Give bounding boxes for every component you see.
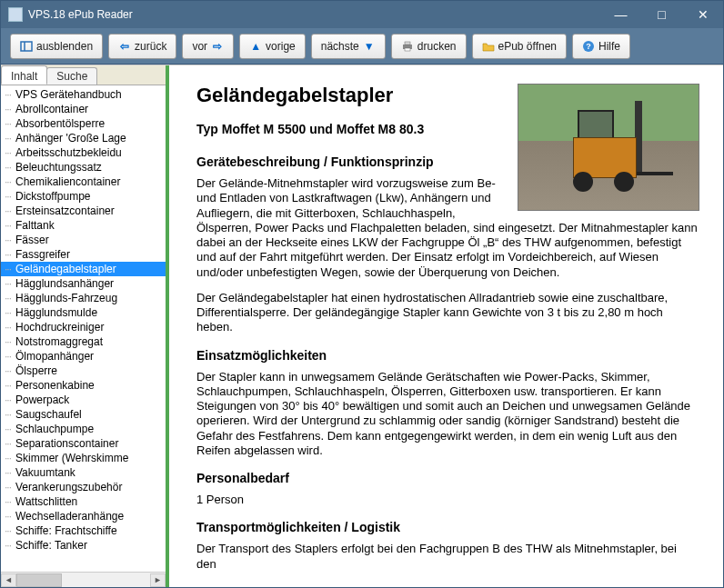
scroll-track[interactable] bbox=[16, 573, 150, 587]
article-content[interactable]: Geländegabelstapler Typ Moffet M 5500 un… bbox=[169, 65, 723, 587]
forward-label: vor bbox=[192, 40, 207, 53]
tree-item[interactable]: Hochdruckreiniger bbox=[1, 320, 166, 334]
tree-item[interactable]: Fässer bbox=[1, 233, 166, 247]
app-icon bbox=[8, 7, 23, 22]
tree-item[interactable]: Schiffe: Tanker bbox=[1, 538, 166, 553]
minimize-button[interactable]: ― bbox=[600, 1, 641, 28]
content-tree[interactable]: VPS GerätehandbuchAbrollcontainerAbsorbe… bbox=[1, 85, 166, 572]
svg-rect-0 bbox=[21, 42, 32, 51]
arrow-down-icon: ▼ bbox=[363, 40, 376, 53]
next-button[interactable]: nächste ▼ bbox=[311, 34, 386, 59]
tree-item[interactable]: Ölsperre bbox=[1, 364, 166, 378]
tree-item[interactable]: Hägglundsanhänger bbox=[1, 276, 166, 291]
arrow-right-icon: ⇨ bbox=[211, 40, 224, 53]
sidebar-tabs: Inhalt Suche bbox=[1, 65, 166, 85]
toolbar: ausblenden ⇦ zurück vor ⇨ ▲ vorige nächs… bbox=[1, 28, 723, 65]
tree-item[interactable]: Dickstoffpumpe bbox=[1, 189, 166, 204]
tab-content[interactable]: Inhalt bbox=[1, 65, 47, 85]
titlebar: VPS.18 ePub Reader ― □ ✕ bbox=[1, 1, 723, 28]
paragraph-use: Der Stapler kann in unwegsamem Gelände G… bbox=[196, 370, 699, 459]
app-window: VPS.18 ePub Reader ― □ ✕ ausblenden ⇦ zu… bbox=[0, 0, 724, 588]
tree-item[interactable]: Personenkabine bbox=[1, 378, 166, 393]
tree-item[interactable]: Anhänger 'Große Lage bbox=[1, 131, 166, 145]
open-button[interactable]: ePub öffnen bbox=[472, 34, 568, 59]
tree-item[interactable]: Powerpack bbox=[1, 393, 166, 407]
close-button[interactable]: ✕ bbox=[682, 1, 723, 28]
tree-item[interactable]: Geländegabelstapler bbox=[1, 262, 166, 276]
horizontal-scrollbar[interactable]: ◄ ► bbox=[1, 572, 166, 587]
tree-item[interactable]: Verankerungszubehör bbox=[1, 480, 166, 494]
help-icon: ? bbox=[582, 40, 595, 53]
tree-item[interactable]: Hägglunds-Fahrzeug bbox=[1, 291, 166, 305]
maximize-button[interactable]: □ bbox=[641, 1, 682, 28]
print-label: drucken bbox=[417, 40, 457, 53]
window-title: VPS.18 ePub Reader bbox=[28, 8, 600, 21]
heading-use: Einsatzmöglichkeiten bbox=[196, 348, 699, 363]
prev-button[interactable]: ▲ vorige bbox=[239, 34, 306, 59]
tree-item[interactable]: VPS Gerätehandbuch bbox=[1, 87, 166, 102]
back-label: zurück bbox=[135, 40, 166, 53]
tree-item[interactable]: Vakuumtank bbox=[1, 465, 166, 480]
svg-text:?: ? bbox=[586, 42, 591, 51]
tree-item[interactable]: Hägglundsmulde bbox=[1, 305, 166, 320]
heading-personnel: Personalbedarf bbox=[196, 471, 699, 485]
paragraph-personnel: 1 Person bbox=[196, 493, 699, 507]
tree-item[interactable]: Abrollcontainer bbox=[1, 102, 166, 116]
arrow-left-icon: ⇦ bbox=[118, 40, 131, 53]
heading-transport: Transportmöglichkeiten / Logistik bbox=[196, 520, 699, 534]
tree-item[interactable]: Schlauchpumpe bbox=[1, 422, 166, 436]
article-image bbox=[518, 84, 699, 211]
tree-item[interactable]: Wechselladeranhänge bbox=[1, 509, 166, 523]
hide-icon bbox=[20, 40, 33, 53]
tree-item[interactable]: Skimmer (Wehrskimme bbox=[1, 451, 166, 465]
scroll-thumb[interactable] bbox=[16, 573, 62, 587]
hide-label: ausblenden bbox=[36, 40, 93, 53]
print-button[interactable]: drucken bbox=[391, 34, 467, 59]
tree-item[interactable]: Absorbentölsperre bbox=[1, 116, 166, 131]
svg-rect-4 bbox=[405, 48, 410, 51]
tree-item[interactable]: Wattschlitten bbox=[1, 494, 166, 509]
tree-item[interactable]: Arbeitsschutzbekleidu bbox=[1, 145, 166, 160]
main-body: Inhalt Suche VPS GerätehandbuchAbrollcon… bbox=[1, 65, 723, 587]
svg-rect-3 bbox=[405, 42, 410, 45]
tree-item[interactable]: Chemikaliencontainer bbox=[1, 174, 166, 189]
scroll-right-button[interactable]: ► bbox=[150, 573, 166, 587]
print-icon bbox=[401, 40, 414, 53]
paragraph-desc2: Der Geländegabelstapler hat einen hydros… bbox=[196, 291, 699, 335]
forklift-illustration bbox=[564, 101, 664, 192]
open-label: ePub öffnen bbox=[498, 40, 558, 53]
sidebar: Inhalt Suche VPS GerätehandbuchAbrollcon… bbox=[1, 65, 169, 587]
tree-item[interactable]: Fassgreifer bbox=[1, 247, 166, 262]
open-icon bbox=[482, 40, 495, 53]
tab-search[interactable]: Suche bbox=[46, 67, 97, 85]
tree-item[interactable]: Separationscontainer bbox=[1, 436, 166, 451]
forward-button[interactable]: vor ⇨ bbox=[182, 34, 234, 59]
tree-item[interactable]: Falttank bbox=[1, 218, 166, 233]
scroll-left-button[interactable]: ◄ bbox=[1, 573, 16, 587]
help-label: Hilfe bbox=[598, 40, 620, 53]
window-controls: ― □ ✕ bbox=[600, 1, 723, 28]
arrow-up-icon: ▲ bbox=[249, 40, 262, 53]
next-label: nächste bbox=[321, 40, 359, 53]
tree-item[interactable]: Ersteinsatzcontainer bbox=[1, 204, 166, 218]
tree-item[interactable]: Saugschaufel bbox=[1, 407, 166, 422]
paragraph-transport: Der Transport des Staplers erfolgt bei d… bbox=[196, 542, 699, 572]
back-button[interactable]: ⇦ zurück bbox=[108, 34, 176, 59]
prev-label: vorige bbox=[266, 40, 296, 53]
help-button[interactable]: ? Hilfe bbox=[572, 34, 630, 59]
tree-item[interactable]: Schiffe: Frachtschiffe bbox=[1, 523, 166, 538]
tree-item[interactable]: Beleuchtungssatz bbox=[1, 160, 166, 174]
tree-item[interactable]: Ölmopanhänger bbox=[1, 349, 166, 364]
hide-button[interactable]: ausblenden bbox=[10, 34, 103, 59]
tree-item[interactable]: Notstromaggregat bbox=[1, 334, 166, 349]
